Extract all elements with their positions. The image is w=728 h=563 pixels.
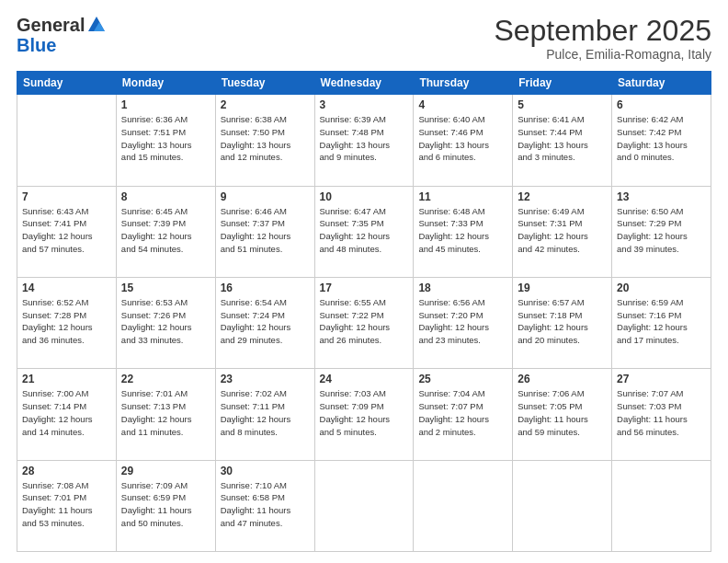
day-info: Sunrise: 7:07 AMSunset: 7:03 PMDaylight:… [617,387,706,438]
day-number: 4 [418,98,507,111]
day-info: Sunrise: 6:43 AMSunset: 7:41 PMDaylight:… [22,205,111,256]
calendar-cell: 28Sunrise: 7:08 AMSunset: 7:01 PMDayligh… [17,460,117,551]
day-info: Sunrise: 6:46 AMSunset: 7:37 PMDaylight:… [221,205,310,256]
day-number: 26 [518,373,607,385]
day-number: 6 [617,98,706,111]
calendar-cell: 30Sunrise: 7:10 AMSunset: 6:58 PMDayligh… [215,460,314,551]
col-tuesday: Tuesday [215,72,314,95]
day-info: Sunrise: 6:38 AMSunset: 7:50 PMDaylight:… [221,113,310,164]
calendar-cell: 7Sunrise: 6:43 AMSunset: 7:41 PMDaylight… [17,186,117,277]
title-block: September 2025 Pulce, Emilia-Romagna, It… [494,15,711,62]
day-number: 30 [221,465,310,477]
day-info: Sunrise: 6:40 AMSunset: 7:46 PMDaylight:… [418,113,507,164]
col-monday: Monday [116,72,215,95]
calendar-cell: 26Sunrise: 7:06 AMSunset: 7:05 PMDayligh… [513,369,612,460]
day-info: Sunrise: 7:06 AMSunset: 7:05 PMDaylight:… [518,387,607,438]
day-number: 12 [518,190,607,203]
day-number: 14 [22,282,111,294]
day-number: 16 [221,282,310,294]
calendar-week-row: 21Sunrise: 7:00 AMSunset: 7:14 PMDayligh… [17,369,711,460]
day-number: 5 [518,98,607,111]
calendar-table: Sunday Monday Tuesday Wednesday Thursday… [17,71,711,552]
calendar-cell [17,95,117,186]
calendar-cell: 16Sunrise: 6:54 AMSunset: 7:24 PMDayligh… [215,277,314,368]
day-info: Sunrise: 6:49 AMSunset: 7:31 PMDaylight:… [518,205,607,256]
calendar-cell: 18Sunrise: 6:56 AMSunset: 7:20 PMDayligh… [414,277,513,368]
calendar-cell [414,460,513,551]
calendar-cell: 20Sunrise: 6:59 AMSunset: 7:16 PMDayligh… [612,277,711,368]
header: General Blue September 2025 Pulce, Emili… [17,15,711,62]
calendar-cell: 9Sunrise: 6:46 AMSunset: 7:37 PMDaylight… [215,186,314,277]
day-info: Sunrise: 6:53 AMSunset: 7:26 PMDaylight:… [121,296,210,347]
calendar-cell: 22Sunrise: 7:01 AMSunset: 7:13 PMDayligh… [116,369,215,460]
col-wednesday: Wednesday [314,72,414,95]
page: General Blue September 2025 Pulce, Emili… [0,0,728,563]
day-number: 9 [221,190,310,203]
day-info: Sunrise: 6:55 AMSunset: 7:22 PMDaylight:… [320,296,409,347]
calendar-cell: 4Sunrise: 6:40 AMSunset: 7:46 PMDaylight… [414,95,513,186]
calendar-cell: 29Sunrise: 7:09 AMSunset: 6:59 PMDayligh… [116,460,215,551]
calendar-cell [513,460,612,551]
col-sunday: Sunday [17,72,117,95]
logo: General Blue [17,15,107,55]
calendar-week-row: 7Sunrise: 6:43 AMSunset: 7:41 PMDaylight… [17,186,711,277]
day-number: 8 [121,190,210,203]
col-friday: Friday [513,72,612,95]
day-info: Sunrise: 6:48 AMSunset: 7:33 PMDaylight:… [418,205,507,256]
day-info: Sunrise: 7:03 AMSunset: 7:09 PMDaylight:… [320,387,409,438]
day-info: Sunrise: 6:47 AMSunset: 7:35 PMDaylight:… [320,205,409,256]
calendar-week-row: 28Sunrise: 7:08 AMSunset: 7:01 PMDayligh… [17,460,711,551]
calendar-cell: 13Sunrise: 6:50 AMSunset: 7:29 PMDayligh… [612,186,711,277]
day-number: 21 [22,373,111,385]
calendar-cell: 3Sunrise: 6:39 AMSunset: 7:48 PMDaylight… [314,95,414,186]
calendar-cell: 19Sunrise: 6:57 AMSunset: 7:18 PMDayligh… [513,277,612,368]
day-info: Sunrise: 7:02 AMSunset: 7:11 PMDaylight:… [221,387,310,438]
day-number: 3 [320,98,409,111]
day-number: 18 [418,282,507,294]
day-info: Sunrise: 7:09 AMSunset: 6:59 PMDaylight:… [121,479,210,530]
calendar-cell: 24Sunrise: 7:03 AMSunset: 7:09 PMDayligh… [314,369,414,460]
day-info: Sunrise: 7:08 AMSunset: 7:01 PMDaylight:… [22,479,111,530]
day-info: Sunrise: 7:00 AMSunset: 7:14 PMDaylight:… [22,387,111,438]
day-number: 24 [320,373,409,385]
day-number: 28 [22,465,111,477]
calendar-cell: 8Sunrise: 6:45 AMSunset: 7:39 PMDaylight… [116,186,215,277]
calendar-cell [612,460,711,551]
month-title: September 2025 [494,15,711,47]
day-info: Sunrise: 6:52 AMSunset: 7:28 PMDaylight:… [22,296,111,347]
day-number: 2 [221,98,310,111]
calendar-cell: 25Sunrise: 7:04 AMSunset: 7:07 PMDayligh… [414,369,513,460]
day-info: Sunrise: 6:57 AMSunset: 7:18 PMDaylight:… [518,296,607,347]
day-number: 7 [22,190,111,203]
calendar-cell: 15Sunrise: 6:53 AMSunset: 7:26 PMDayligh… [116,277,215,368]
subtitle: Pulce, Emilia-Romagna, Italy [494,47,711,62]
day-number: 19 [518,282,607,294]
calendar-week-row: 1Sunrise: 6:36 AMSunset: 7:51 PMDaylight… [17,95,711,186]
day-info: Sunrise: 6:41 AMSunset: 7:44 PMDaylight:… [518,113,607,164]
day-number: 15 [121,282,210,294]
day-info: Sunrise: 6:54 AMSunset: 7:24 PMDaylight:… [221,296,310,347]
logo-general: General [17,15,85,35]
day-info: Sunrise: 6:45 AMSunset: 7:39 PMDaylight:… [121,205,210,256]
day-number: 22 [121,373,210,385]
day-number: 25 [418,373,507,385]
calendar-cell: 1Sunrise: 6:36 AMSunset: 7:51 PMDaylight… [116,95,215,186]
logo-blue-text: Blue [17,35,107,55]
calendar-cell [314,460,414,551]
calendar-cell: 11Sunrise: 6:48 AMSunset: 7:33 PMDayligh… [414,186,513,277]
calendar-cell: 14Sunrise: 6:52 AMSunset: 7:28 PMDayligh… [17,277,117,368]
day-number: 27 [617,373,706,385]
calendar-week-row: 14Sunrise: 6:52 AMSunset: 7:28 PMDayligh… [17,277,711,368]
col-saturday: Saturday [612,72,711,95]
calendar-cell: 27Sunrise: 7:07 AMSunset: 7:03 PMDayligh… [612,369,711,460]
day-number: 23 [221,373,310,385]
day-number: 29 [121,465,210,477]
day-number: 1 [121,98,210,111]
day-info: Sunrise: 6:59 AMSunset: 7:16 PMDaylight:… [617,296,706,347]
calendar-cell: 21Sunrise: 7:00 AMSunset: 7:14 PMDayligh… [17,369,117,460]
day-info: Sunrise: 6:36 AMSunset: 7:51 PMDaylight:… [121,113,210,164]
logo-icon [86,15,107,35]
day-number: 13 [617,190,706,203]
day-number: 20 [617,282,706,294]
day-info: Sunrise: 6:56 AMSunset: 7:20 PMDaylight:… [418,296,507,347]
